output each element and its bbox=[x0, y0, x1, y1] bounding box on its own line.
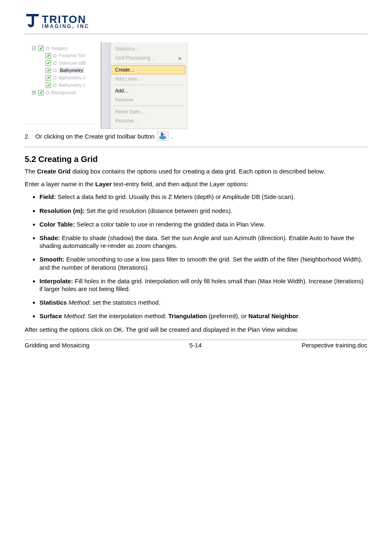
para-intro: The Create Grid dialog box contains the … bbox=[25, 167, 367, 175]
menu-label: Add… bbox=[115, 88, 129, 94]
menu-separator bbox=[113, 85, 184, 85]
tree-label: Imagery bbox=[51, 46, 68, 51]
menu-add[interactable]: Add… bbox=[104, 86, 185, 95]
menu-label: Statistics… bbox=[115, 46, 140, 52]
opt-smooth: Smooth: Enable smoothing to use a low pa… bbox=[39, 255, 367, 271]
logo-sub: IMAGING, INC bbox=[42, 24, 90, 29]
section-heading: 5.2 Creating a Grid bbox=[25, 155, 367, 164]
logo-text: TRITON IMAGING, INC bbox=[42, 15, 90, 29]
triton-logo-icon bbox=[25, 12, 40, 31]
footer-left: Gridding and Mosaicing bbox=[25, 342, 90, 349]
checkbox-icon[interactable] bbox=[46, 75, 51, 81]
menu-label: Rename… bbox=[115, 118, 138, 124]
tree-item-background[interactable]: + Background bbox=[29, 89, 100, 96]
opt-interpolate: Interpolate: Fill holes in the data grid… bbox=[39, 277, 367, 293]
menu-separator bbox=[113, 106, 184, 106]
options-list: Field: Select a data field to grid. Usua… bbox=[39, 193, 367, 320]
header: TRITON IMAGING, INC bbox=[25, 12, 367, 34]
checkbox-icon[interactable] bbox=[38, 46, 44, 51]
menu-statistics[interactable]: Statistics… bbox=[104, 44, 185, 53]
footer-right: Perspective training.doc bbox=[302, 342, 367, 349]
layer-swatch-icon bbox=[46, 91, 49, 94]
opt-shade: Shade: Enable to shade (shadow) the data… bbox=[39, 234, 367, 250]
figure-tree-and-menu: − Imagery Footprint Tim Sidescan (dB Bat… bbox=[25, 42, 367, 129]
layer-swatch-icon bbox=[53, 54, 56, 57]
menu-label: Remove bbox=[115, 97, 134, 103]
page-footer: Gridding and Mosaicing 5-14 Perspective … bbox=[25, 342, 367, 349]
opt-surface: Surface Method: Set the interpolation me… bbox=[39, 312, 367, 320]
step-number: 2. bbox=[25, 133, 33, 140]
opt-statistics: Statistics Method: set the statistics me… bbox=[39, 298, 367, 306]
step-text-before: Or clicking on the Create grid toolbar b… bbox=[35, 133, 154, 140]
tree-item-imagery[interactable]: − Imagery bbox=[29, 44, 100, 52]
menu-rename[interactable]: Rename… bbox=[104, 116, 185, 125]
menu-label: Add Lines… bbox=[115, 76, 142, 82]
menu-add-lines[interactable]: Add Lines… bbox=[104, 74, 185, 83]
opt-field: Field: Select a data field to grid. Usua… bbox=[39, 193, 367, 201]
menu-grid-processing[interactable]: Grid Processing… ▶ bbox=[104, 53, 185, 62]
step-2-line: 2. Or clicking on the Create grid toolba… bbox=[25, 131, 367, 141]
tree-label: Sidescan (dB bbox=[59, 60, 85, 65]
layer-swatch-icon bbox=[53, 76, 56, 79]
menu-reset-date[interactable]: Reset Date… bbox=[104, 107, 185, 116]
checkbox-icon[interactable] bbox=[46, 83, 51, 88]
layer-swatch-icon bbox=[46, 47, 49, 50]
menu-label: Grid Processing… bbox=[115, 55, 155, 61]
expand-icon[interactable]: + bbox=[32, 91, 36, 95]
section-divider bbox=[25, 147, 367, 147]
para-after-ok: After setting the options click on OK. T… bbox=[25, 326, 367, 333]
checkbox-icon[interactable] bbox=[46, 60, 51, 66]
menu-separator bbox=[113, 64, 184, 64]
footer-divider bbox=[25, 340, 367, 340]
tree-label: Bathymetry bbox=[59, 67, 84, 73]
tree-label: Bathymetry 1 bbox=[59, 83, 85, 88]
tree-item-bathymetry-selected[interactable]: Bathymetry bbox=[36, 67, 100, 74]
tree-item-sidescan[interactable]: Sidescan (dB bbox=[36, 59, 100, 67]
menu-remove[interactable]: Remove bbox=[104, 95, 185, 104]
create-grid-toolbar-button[interactable] bbox=[157, 131, 168, 141]
layer-swatch-icon bbox=[53, 84, 56, 87]
tree-label: Background bbox=[51, 90, 76, 95]
menu-label: Reset Date… bbox=[115, 109, 145, 115]
para-layer-entry: Enter a layer name in the Layer text-ent… bbox=[25, 180, 367, 188]
layer-swatch-icon bbox=[53, 62, 56, 65]
tree-label: Footprint Tim bbox=[59, 53, 85, 58]
checkbox-icon[interactable] bbox=[46, 53, 51, 58]
tree-item-footprint[interactable]: Footprint Tim bbox=[36, 52, 100, 59]
checkbox-icon[interactable] bbox=[46, 68, 51, 73]
logo-main: TRITON bbox=[42, 15, 90, 24]
footer-page-number: 5-14 bbox=[189, 342, 202, 349]
create-grid-icon bbox=[159, 132, 167, 140]
svg-rect-1 bbox=[162, 134, 164, 135]
layer-tree: − Imagery Footprint Tim Sidescan (dB Bat… bbox=[25, 42, 101, 125]
menu-label: Create… bbox=[115, 67, 135, 73]
tree-item-bathymetry-1b[interactable]: Bathymetry 1 bbox=[36, 81, 100, 89]
menu-create[interactable]: Create… bbox=[104, 65, 185, 74]
step-text-after: . bbox=[171, 133, 173, 140]
collapse-icon[interactable]: − bbox=[32, 46, 36, 50]
tree-item-bathymetry-1a[interactable]: Bathymetry 1 bbox=[36, 74, 100, 81]
layer-swatch-icon bbox=[53, 69, 56, 72]
submenu-arrow-icon: ▶ bbox=[179, 56, 182, 60]
opt-resolution: Resolution (m): Set the grid resolution … bbox=[39, 207, 367, 215]
opt-color-table: Color Table: Select a color table to use… bbox=[39, 220, 367, 228]
checkbox-icon[interactable] bbox=[38, 90, 44, 95]
context-menu: Statistics… Grid Processing… ▶ Create… A… bbox=[101, 42, 187, 129]
tree-label: Bathymetry 1 bbox=[59, 75, 85, 80]
